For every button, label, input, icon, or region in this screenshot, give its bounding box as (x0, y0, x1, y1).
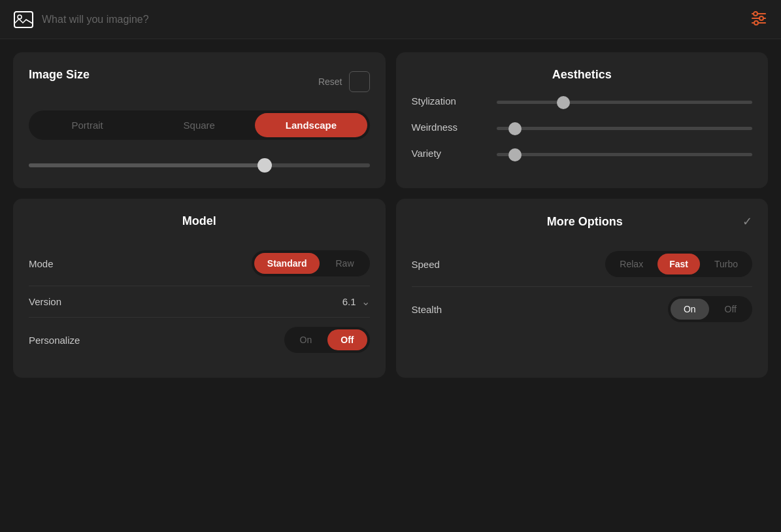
more-options-title: More Options (427, 215, 743, 229)
stealth-row: Stealth On Off (412, 287, 753, 331)
stealth-toggle: On Off (668, 296, 752, 322)
mode-label: Mode (29, 258, 54, 269)
header: What will you imagine? (0, 0, 781, 39)
main-grid: Image Size Reset Portrait Square Landsca… (0, 39, 781, 391)
version-row: Version 6.1 ⌄ (29, 286, 370, 318)
personalize-on-btn[interactable]: On (287, 329, 325, 350)
reset-box[interactable] (349, 71, 370, 92)
personalize-label: Personalize (29, 335, 80, 346)
speed-label: Speed (412, 259, 440, 270)
version-chevron-icon: ⌄ (361, 295, 370, 308)
tab-portrait[interactable]: Portrait (31, 113, 143, 137)
svg-point-6 (759, 16, 763, 20)
stylization-slider[interactable] (497, 101, 753, 104)
version-selector[interactable]: 6.1 ⌄ (342, 295, 370, 308)
speed-relax-btn[interactable]: Relax (608, 254, 655, 274)
variety-slider[interactable] (497, 153, 753, 156)
header-left: What will you imagine? (13, 9, 149, 30)
personalize-toggle: On Off (284, 327, 370, 353)
variety-row: Variety (412, 147, 753, 159)
speed-toggle: Relax Fast Turbo (605, 251, 752, 277)
aesthetics-card: Aesthetics Stylization Weirdness Variety (396, 52, 769, 188)
search-placeholder[interactable]: What will you imagine? (42, 14, 149, 25)
weirdness-slider-wrap (497, 121, 753, 133)
svg-point-1 (18, 15, 22, 19)
speed-row: Speed Relax Fast Turbo (412, 242, 753, 287)
reset-label: Reset (318, 76, 342, 87)
personalize-row: Personalize On Off (29, 318, 370, 362)
image-size-title: Image Size (29, 68, 90, 82)
image-size-card: Image Size Reset Portrait Square Landsca… (13, 52, 386, 188)
speed-fast-btn[interactable]: Fast (657, 254, 700, 274)
mode-toggle: Standard Raw (252, 250, 370, 276)
orientation-tabs: Portrait Square Landscape (29, 110, 370, 140)
stealth-on-btn[interactable]: On (671, 299, 709, 320)
weirdness-slider[interactable] (497, 127, 753, 130)
model-title: Model (29, 214, 370, 228)
weirdness-row: Weirdness (412, 121, 753, 133)
svg-point-5 (754, 12, 757, 16)
mode-standard-btn[interactable]: Standard (254, 253, 320, 274)
reset-group: Reset (318, 71, 370, 92)
tab-square[interactable]: Square (143, 113, 255, 137)
more-options-card: More Options ✓ Speed Relax Fast Turbo St… (396, 199, 769, 378)
model-card: Model Mode Standard Raw Version 6.1 ⌄ Pe… (13, 199, 386, 378)
tab-landscape[interactable]: Landscape (255, 113, 367, 137)
stylization-row: Stylization (412, 95, 753, 107)
svg-rect-0 (14, 12, 33, 27)
filter-icon[interactable] (750, 9, 768, 30)
stealth-label: Stealth (412, 304, 442, 315)
stealth-off-btn[interactable]: Off (712, 299, 750, 320)
variety-slider-wrap (497, 147, 753, 159)
personalize-off-btn[interactable]: Off (327, 329, 367, 350)
version-value: 6.1 (342, 296, 356, 307)
stylization-label: Stylization (412, 95, 497, 107)
version-label: Version (29, 296, 61, 307)
more-options-header: More Options ✓ (412, 214, 753, 229)
stylization-slider-wrap (497, 95, 753, 107)
more-options-chevron-icon[interactable]: ✓ (742, 214, 752, 229)
size-slider-container (29, 156, 370, 173)
aesthetics-title: Aesthetics (412, 68, 753, 82)
image-size-header: Image Size Reset (29, 68, 370, 95)
variety-label: Variety (412, 148, 497, 159)
speed-turbo-btn[interactable]: Turbo (703, 254, 750, 274)
mode-row: Mode Standard Raw (29, 241, 370, 286)
weirdness-label: Weirdness (412, 122, 497, 133)
svg-point-7 (754, 21, 758, 25)
mode-raw-btn[interactable]: Raw (322, 253, 367, 274)
size-slider[interactable] (29, 163, 370, 167)
image-icon (13, 9, 34, 30)
